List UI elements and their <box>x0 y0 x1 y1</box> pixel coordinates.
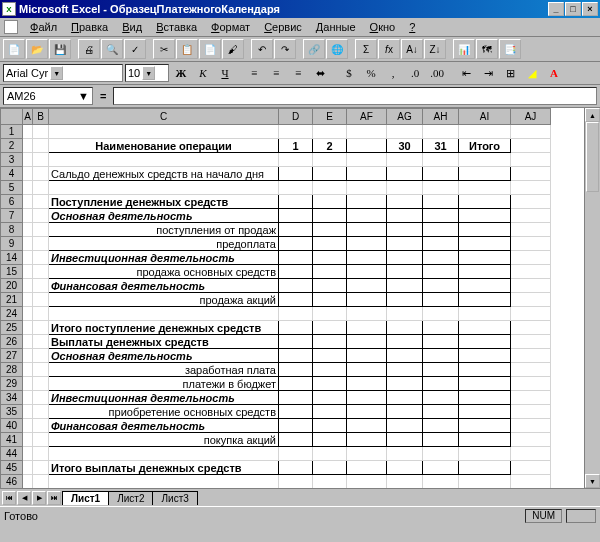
preview-button[interactable]: 🔍 <box>101 39 123 59</box>
cell[interactable] <box>33 167 49 181</box>
cell[interactable] <box>347 195 387 209</box>
bold-button[interactable]: Ж <box>171 64 191 82</box>
cell[interactable] <box>23 391 33 405</box>
cell[interactable] <box>23 265 33 279</box>
cell[interactable] <box>347 251 387 265</box>
undo-button[interactable]: ↶ <box>251 39 273 59</box>
col-header-D[interactable]: D <box>279 109 313 125</box>
cell[interactable] <box>511 405 551 419</box>
cell[interactable] <box>511 433 551 447</box>
cell[interactable]: 30 <box>387 139 423 153</box>
cell[interactable] <box>511 279 551 293</box>
cell[interactable] <box>313 349 347 363</box>
cell[interactable] <box>387 461 423 475</box>
print-button[interactable]: 🖨 <box>78 39 100 59</box>
cell[interactable] <box>313 419 347 433</box>
row-header-41[interactable]: 41 <box>1 433 23 447</box>
cut-button[interactable]: ✂ <box>153 39 175 59</box>
cell[interactable]: Итого выплаты денежных средств <box>49 461 279 475</box>
cell[interactable] <box>459 447 511 461</box>
cell[interactable] <box>423 433 459 447</box>
cell[interactable] <box>347 321 387 335</box>
menu-item-2[interactable]: Вид <box>116 20 148 34</box>
cell[interactable] <box>313 377 347 391</box>
cell[interactable] <box>387 419 423 433</box>
format-painter-button[interactable]: 🖌 <box>222 39 244 59</box>
cell[interactable] <box>459 167 511 181</box>
cell[interactable] <box>23 279 33 293</box>
cell[interactable] <box>313 405 347 419</box>
cell[interactable] <box>511 335 551 349</box>
cell[interactable] <box>279 349 313 363</box>
cell[interactable] <box>459 125 511 139</box>
scroll-thumb[interactable] <box>586 122 599 192</box>
cell[interactable] <box>347 181 387 195</box>
cell[interactable] <box>279 237 313 251</box>
cell[interactable] <box>49 181 279 195</box>
cell[interactable]: 1 <box>279 139 313 153</box>
cell[interactable] <box>387 265 423 279</box>
tab-last-button[interactable]: ⏭ <box>47 491 61 505</box>
cell[interactable]: 31 <box>423 139 459 153</box>
cell[interactable] <box>33 223 49 237</box>
cell[interactable]: платежи в бюджет <box>49 377 279 391</box>
cell[interactable] <box>279 405 313 419</box>
menu-item-8[interactable]: ? <box>403 20 421 34</box>
cell[interactable] <box>279 223 313 237</box>
cell[interactable] <box>347 279 387 293</box>
row-header-20[interactable]: 20 <box>1 279 23 293</box>
cell[interactable] <box>423 293 459 307</box>
cell[interactable] <box>459 195 511 209</box>
cell[interactable] <box>23 447 33 461</box>
cell[interactable] <box>387 307 423 321</box>
cell[interactable]: покупка акций <box>49 433 279 447</box>
cell[interactable] <box>23 125 33 139</box>
sum-button[interactable]: Σ <box>355 39 377 59</box>
cell[interactable] <box>313 125 347 139</box>
cell[interactable] <box>511 307 551 321</box>
percent-button[interactable]: % <box>361 64 381 82</box>
cell[interactable] <box>423 321 459 335</box>
cell[interactable] <box>387 237 423 251</box>
cell[interactable] <box>387 377 423 391</box>
cell[interactable] <box>423 335 459 349</box>
cell[interactable] <box>313 475 347 489</box>
cell[interactable] <box>33 405 49 419</box>
cell[interactable] <box>313 335 347 349</box>
open-button[interactable]: 📂 <box>26 39 48 59</box>
row-header-28[interactable]: 28 <box>1 363 23 377</box>
cell[interactable]: Финансовая деятельность <box>49 279 279 293</box>
cell[interactable] <box>23 405 33 419</box>
align-left-button[interactable]: ≡ <box>244 64 264 82</box>
cell[interactable] <box>279 195 313 209</box>
minimize-button[interactable]: _ <box>548 2 564 16</box>
sheet-tab-0[interactable]: Лист1 <box>62 491 109 505</box>
cell[interactable] <box>313 153 347 167</box>
row-header-29[interactable]: 29 <box>1 377 23 391</box>
cell[interactable] <box>49 447 279 461</box>
cell[interactable] <box>423 209 459 223</box>
tab-first-button[interactable]: ⏮ <box>2 491 16 505</box>
row-header-6[interactable]: 6 <box>1 195 23 209</box>
row-header-46[interactable]: 46 <box>1 475 23 489</box>
sort-desc-button[interactable]: Z↓ <box>424 39 446 59</box>
fx-button[interactable]: fx <box>378 39 400 59</box>
cell[interactable] <box>511 447 551 461</box>
cell[interactable] <box>423 475 459 489</box>
row-header-27[interactable]: 27 <box>1 349 23 363</box>
cell[interactable] <box>423 391 459 405</box>
cell[interactable] <box>33 251 49 265</box>
align-center-button[interactable]: ≡ <box>266 64 286 82</box>
font-size-combo[interactable]: 10▼ <box>125 64 169 82</box>
cell[interactable]: продажа основных средств <box>49 265 279 279</box>
cell[interactable] <box>33 181 49 195</box>
cell[interactable] <box>23 419 33 433</box>
row-header-8[interactable]: 8 <box>1 223 23 237</box>
copy-button[interactable]: 📋 <box>176 39 198 59</box>
cell[interactable] <box>423 279 459 293</box>
cell[interactable] <box>23 153 33 167</box>
cell[interactable] <box>387 153 423 167</box>
cell[interactable] <box>23 167 33 181</box>
row-header-15[interactable]: 15 <box>1 265 23 279</box>
cell[interactable] <box>459 363 511 377</box>
